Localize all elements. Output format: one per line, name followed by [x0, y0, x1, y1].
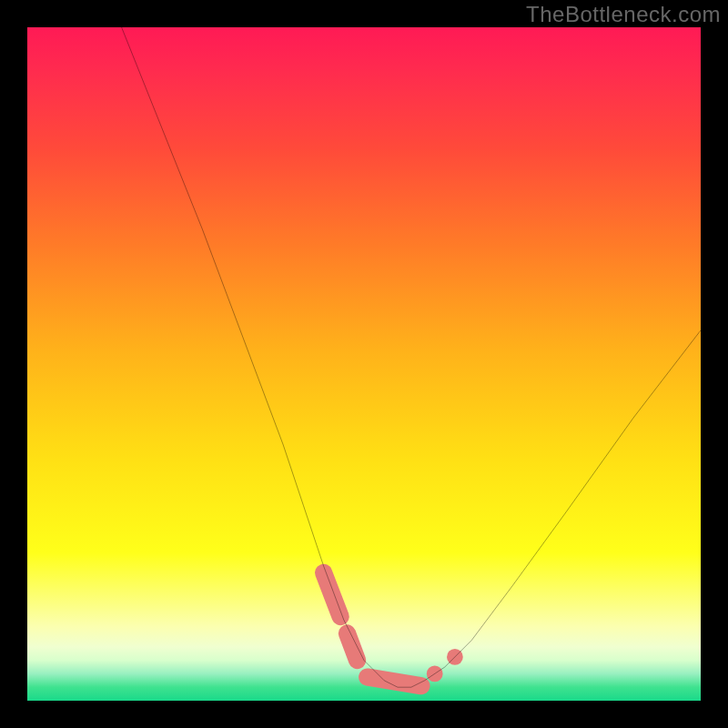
watermark-text: TheBottleneck.com — [526, 2, 721, 27]
bottleneck-curve-svg — [27, 27, 701, 701]
bottleneck-curve — [122, 27, 701, 687]
curve-marker — [324, 572, 341, 616]
curve-marker — [348, 633, 358, 661]
chart-frame: TheBottleneck.com — [0, 0, 728, 728]
curve-marker — [368, 677, 421, 686]
plot-area — [27, 27, 701, 701]
